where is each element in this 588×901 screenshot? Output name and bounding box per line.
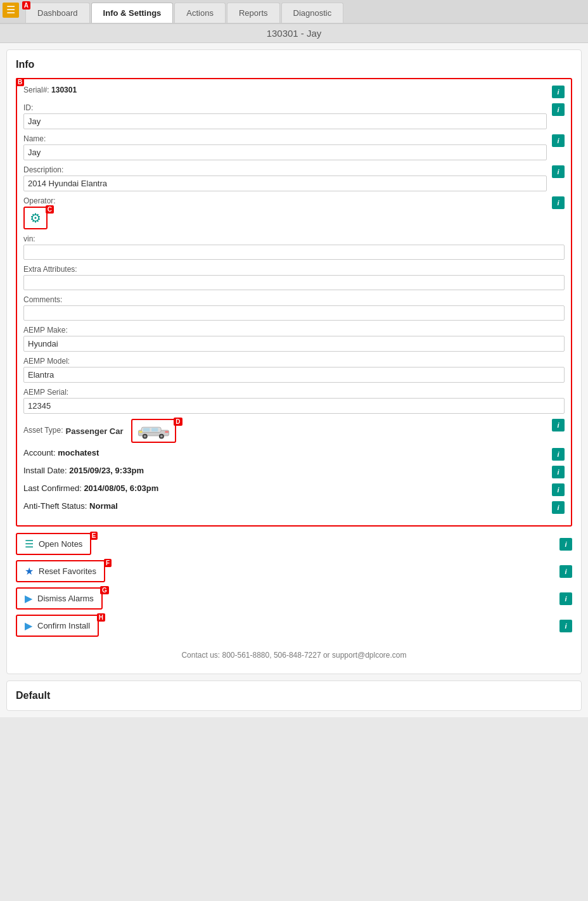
car-icon bbox=[136, 422, 171, 440]
anti-theft-row: Anti-Theft Status: Normal i bbox=[23, 501, 565, 514]
aemp-make-value[interactable]: Hyundai bbox=[23, 336, 565, 352]
description-info-button[interactable]: i bbox=[552, 165, 565, 178]
name-info-button[interactable]: i bbox=[552, 134, 565, 147]
svg-rect-9 bbox=[165, 431, 169, 433]
play-icon-confirm: ▶ bbox=[25, 620, 32, 632]
name-row: Name: Jay i bbox=[23, 134, 565, 160]
page-title: 130301 - Jay bbox=[6, 28, 582, 39]
serial-info-button[interactable]: i bbox=[552, 86, 565, 98]
open-notes-info-button[interactable]: i bbox=[559, 538, 572, 551]
account-value: mochatest bbox=[58, 448, 99, 457]
comments-label: Comments: bbox=[23, 295, 565, 304]
menu-button[interactable]: ☰ bbox=[3, 3, 19, 18]
description-row: Description: 2014 Hyundai Elantra i bbox=[23, 165, 565, 191]
tab-diagnostic[interactable]: Diagnostic bbox=[281, 3, 344, 23]
dismiss-alarms-label: Dismiss Alarms bbox=[37, 594, 94, 603]
serial-row: Serial#: 130301 i bbox=[23, 86, 565, 98]
operator-gear-button[interactable]: ⚙ bbox=[23, 207, 48, 229]
description-label: Description: bbox=[23, 165, 547, 174]
hamburger-icon: ☰ bbox=[6, 4, 15, 15]
install-date-info-button[interactable]: i bbox=[552, 466, 565, 478]
annotation-c: C bbox=[46, 205, 54, 214]
annotation-f: F bbox=[104, 559, 112, 567]
default-heading: Default bbox=[16, 690, 572, 701]
last-confirmed-value: 2014/08/05, 6:03pm bbox=[84, 483, 158, 493]
annotation-g: G bbox=[100, 586, 109, 594]
svg-point-5 bbox=[144, 435, 146, 437]
confirm-install-label: Confirm Install bbox=[37, 621, 90, 630]
tab-bar: ☰ A Dashboard Info & Settings Actions Re… bbox=[0, 0, 588, 24]
dismiss-alarms-row: ▶ Dismiss Alarms G i bbox=[16, 587, 572, 610]
tab-info-settings[interactable]: Info & Settings bbox=[91, 3, 174, 23]
operator-row: Operator: ⚙ C i bbox=[23, 196, 565, 229]
reset-favorites-row: ★ Reset Favorites F i bbox=[16, 560, 572, 582]
anti-theft-field: Anti-Theft Status: Normal bbox=[23, 499, 118, 513]
reset-favorites-button[interactable]: ★ Reset Favorites bbox=[16, 560, 105, 582]
svg-rect-3 bbox=[151, 428, 158, 432]
tab-dashboard[interactable]: Dashboard bbox=[25, 3, 90, 23]
reset-favorites-label: Reset Favorites bbox=[39, 566, 96, 576]
anti-theft-info-button[interactable]: i bbox=[552, 501, 565, 514]
aemp-serial-value[interactable]: 12345 bbox=[23, 398, 565, 414]
asset-type-row: Asset Type: Passenger Car bbox=[23, 419, 565, 443]
info-card: Info B Serial#: 130301 i ID: Jay bbox=[6, 49, 582, 674]
account-info-button[interactable]: i bbox=[552, 448, 565, 461]
asset-type-image bbox=[131, 419, 176, 443]
tab-actions[interactable]: Actions bbox=[174, 3, 226, 23]
asset-type-info-button[interactable]: i bbox=[552, 419, 565, 431]
confirm-install-button[interactable]: ▶ Confirm Install bbox=[16, 615, 99, 637]
id-row: ID: Jay i bbox=[23, 103, 565, 129]
serial-value: 130301 bbox=[51, 86, 77, 94]
play-icon-dismiss: ▶ bbox=[25, 592, 32, 604]
comments-value[interactable] bbox=[23, 305, 565, 321]
open-notes-row: ☰ Open Notes E i bbox=[16, 533, 572, 555]
id-value[interactable]: Jay bbox=[23, 113, 547, 129]
extra-attributes-label: Extra Attributes: bbox=[23, 265, 565, 274]
id-label: ID: bbox=[23, 103, 547, 112]
dismiss-alarms-button[interactable]: ▶ Dismiss Alarms bbox=[16, 587, 103, 610]
name-label: Name: bbox=[23, 134, 547, 143]
install-date-row: Install Date: 2015/09/23, 9:33pm i bbox=[23, 466, 565, 478]
aemp-model-value[interactable]: Elantra bbox=[23, 367, 565, 383]
aemp-make-label: AEMP Make: bbox=[23, 326, 565, 335]
vin-value[interactable] bbox=[23, 245, 565, 260]
confirm-install-row: ▶ Confirm Install H i bbox=[16, 615, 572, 637]
info-heading: Info bbox=[16, 59, 572, 70]
extra-attributes-row: Extra Attributes: bbox=[23, 265, 565, 290]
svg-rect-2 bbox=[143, 428, 150, 432]
operator-info-button[interactable]: i bbox=[552, 196, 565, 209]
name-value[interactable]: Jay bbox=[23, 144, 547, 160]
info-section: B Serial#: 130301 i ID: Jay i bbox=[16, 78, 572, 527]
description-value[interactable]: 2014 Hyundai Elantra bbox=[23, 176, 547, 191]
annotation-h: H bbox=[97, 613, 105, 622]
aemp-serial-row: AEMP Serial: 12345 bbox=[23, 388, 565, 414]
reset-favorites-info-button[interactable]: i bbox=[559, 565, 572, 578]
dismiss-alarms-info-button[interactable]: i bbox=[559, 592, 572, 605]
open-notes-button[interactable]: ☰ Open Notes bbox=[16, 533, 91, 555]
main-content: Info B Serial#: 130301 i ID: Jay bbox=[0, 43, 588, 717]
star-icon: ★ bbox=[25, 565, 34, 577]
comments-row: Comments: bbox=[23, 295, 565, 321]
aemp-model-label: AEMP Model: bbox=[23, 357, 565, 366]
annotation-a: A bbox=[22, 1, 30, 10]
asset-type-value: Passenger Car bbox=[65, 426, 123, 436]
tab-reports[interactable]: Reports bbox=[227, 3, 280, 23]
aemp-serial-label: AEMP Serial: bbox=[23, 388, 565, 397]
last-confirmed-row: Last Confirmed: 2014/08/05, 6:03pm i bbox=[23, 483, 565, 496]
asset-type-label: Asset Type: bbox=[23, 426, 63, 435]
last-confirmed-field: Last Confirmed: 2014/08/05, 6:03pm bbox=[23, 481, 158, 495]
default-card: Default bbox=[6, 681, 582, 711]
last-confirmed-info-button[interactable]: i bbox=[552, 483, 565, 496]
id-info-button[interactable]: i bbox=[552, 103, 565, 116]
aemp-make-row: AEMP Make: Hyundai bbox=[23, 326, 565, 352]
header-bar: 130301 - Jay bbox=[0, 24, 588, 43]
install-date-value: 2015/09/23, 9:33pm bbox=[69, 466, 144, 475]
notes-icon: ☰ bbox=[25, 538, 34, 550]
svg-point-7 bbox=[160, 435, 162, 437]
extra-attributes-value[interactable] bbox=[23, 275, 565, 290]
open-notes-label: Open Notes bbox=[39, 539, 82, 549]
vin-row: vin: bbox=[23, 234, 565, 260]
serial-label: Serial#: 130301 bbox=[23, 86, 547, 94]
confirm-install-info-button[interactable]: i bbox=[559, 620, 572, 632]
operator-label: Operator: bbox=[23, 196, 547, 205]
